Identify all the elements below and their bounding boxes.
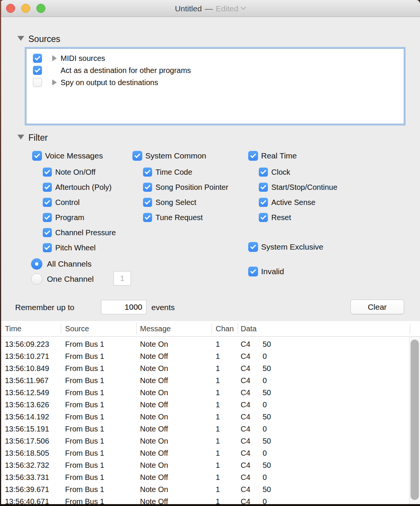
sources-section-title: Sources <box>28 34 60 44</box>
filter-item-row: Start/Stop/Continue <box>259 180 338 195</box>
title-bar: Untitled — Edited <box>0 0 420 17</box>
table-row[interactable]: 13:56:13.626 From Bus 1 Note Off 1 C4 0 <box>0 399 420 411</box>
cell-source: From Bus 1 <box>61 388 136 397</box>
table-row[interactable]: 13:56:09.223 From Bus 1 Note On 1 C4 50 <box>0 338 420 350</box>
filter-item-label: Program <box>55 213 84 222</box>
table-row[interactable]: 13:56:39.671 From Bus 1 Note On 1 C4 50 <box>0 483 420 495</box>
source-label: Act as a destination for other programs <box>61 66 191 75</box>
filter-item-checkbox[interactable] <box>43 213 52 222</box>
column-header-time[interactable]: Time <box>0 321 61 336</box>
source-row[interactable]: MIDI sources <box>26 52 404 64</box>
cell-time: 13:56:33.731 <box>0 473 61 482</box>
table-row[interactable]: 13:56:17.506 From Bus 1 Note On 1 C4 50 <box>0 435 420 447</box>
filter-disclosure-icon[interactable] <box>17 135 24 140</box>
group-checkbox[interactable] <box>32 151 42 161</box>
filter-item-checkbox[interactable] <box>259 198 268 207</box>
group-checkbox[interactable] <box>248 151 258 161</box>
cell-chan: 1 <box>212 485 238 494</box>
table-row[interactable]: 13:56:10.271 From Bus 1 Note Off 1 C4 0 <box>0 350 420 362</box>
cell-time: 13:56:18.505 <box>0 449 61 458</box>
cell-source: From Bus 1 <box>61 425 136 433</box>
table-row[interactable]: 13:56:18.505 From Bus 1 Note Off 1 C4 0 <box>0 447 420 459</box>
clear-button[interactable]: Clear <box>350 300 404 314</box>
group-label: System Common <box>145 151 206 160</box>
source-checkbox[interactable] <box>33 66 42 75</box>
filter-item-row: Active Sense <box>259 195 338 210</box>
cell-time: 13:56:10.849 <box>0 364 61 373</box>
filter-item-checkbox[interactable] <box>43 243 52 252</box>
sources-list[interactable]: MIDI sources Act as a destination for ot… <box>26 48 404 124</box>
column-header-chan[interactable]: Chan <box>212 321 238 336</box>
cell-chan: 1 <box>212 400 238 409</box>
filter-item-row: Aftertouch (Poly) <box>43 180 116 195</box>
column-header-data[interactable]: Data <box>238 321 410 336</box>
disclosure-triangle-icon[interactable] <box>52 79 57 85</box>
disclosure-triangle-icon[interactable] <box>52 55 57 61</box>
one-channel-input[interactable]: 1 <box>114 271 131 286</box>
document-title: Untitled <box>175 4 202 13</box>
scrollbar-thumb[interactable] <box>411 340 419 500</box>
cell-time: 13:56:11.967 <box>0 376 61 385</box>
source-checkbox[interactable] <box>33 54 42 63</box>
cell-data-note: C4 <box>241 437 263 445</box>
cell-data-note: C4 <box>241 388 263 397</box>
filter-item-checkbox[interactable] <box>43 168 52 177</box>
cell-time: 13:56:17.506 <box>0 437 61 445</box>
filter-item-checkbox[interactable] <box>143 213 152 222</box>
filter-item-label: Reset <box>271 213 291 222</box>
filter-item-label: Song Select <box>156 198 196 207</box>
filter-item-checkbox[interactable] <box>259 213 268 222</box>
group-checkbox[interactable] <box>132 151 142 161</box>
table-row[interactable]: 13:56:10.849 From Bus 1 Note On 1 C4 50 <box>0 362 420 374</box>
invalid-checkbox[interactable] <box>248 267 258 276</box>
cell-data-note: C4 <box>241 400 263 409</box>
column-header-source[interactable]: Source <box>61 321 136 336</box>
table-row[interactable]: 13:56:33.731 From Bus 1 Note Off 1 C4 0 <box>0 471 420 483</box>
source-row[interactable]: Act as a destination for other programs <box>26 64 404 76</box>
table-row[interactable]: 13:56:15.191 From Bus 1 Note Off 1 C4 0 <box>0 423 420 435</box>
source-row[interactable]: Spy on output to destinations <box>26 76 404 88</box>
chevron-down-icon[interactable] <box>241 5 246 10</box>
edited-label[interactable]: Edited <box>216 4 238 13</box>
all-channels-radio[interactable] <box>31 258 42 270</box>
cell-data-note: C4 <box>241 449 263 458</box>
remember-count-input[interactable]: 1000 <box>101 300 146 314</box>
filter-group-items: Time Code Song Position Pointer Song Sel… <box>143 165 228 225</box>
filter-item-checkbox[interactable] <box>143 183 152 192</box>
cell-time: 13:56:14.192 <box>0 413 61 421</box>
filter-item-checkbox[interactable] <box>43 183 52 192</box>
invalid-row: Invalid <box>248 266 284 277</box>
vertical-scrollbar[interactable] <box>409 337 420 504</box>
cell-data: C4 0 <box>238 376 420 385</box>
cell-message: Note On <box>136 413 212 421</box>
table-row[interactable]: 13:56:12.549 From Bus 1 Note On 1 C4 50 <box>0 386 420 399</box>
cell-data: C4 50 <box>238 388 420 397</box>
table-row[interactable]: 13:56:14.192 From Bus 1 Note On 1 C4 50 <box>0 411 420 423</box>
system-exclusive-checkbox[interactable] <box>248 242 258 252</box>
sources-disclosure-icon[interactable] <box>17 36 24 41</box>
filter-item-checkbox[interactable] <box>143 198 152 207</box>
filter-group-row: System Common <box>132 150 228 161</box>
one-channel-radio[interactable] <box>31 273 42 285</box>
filter-item-checkbox[interactable] <box>43 198 52 207</box>
table-row[interactable]: 13:56:40.671 From Bus 1 Note Off 1 C4 0 <box>0 495 420 504</box>
filter-item-checkbox[interactable] <box>43 228 52 237</box>
table-row[interactable]: 13:56:32.732 From Bus 1 Note On 1 C4 50 <box>0 459 420 471</box>
events-table: Time Source Message Chan Data 13:56:09.2… <box>0 321 420 504</box>
filter-group: Real Time Clock Start/Stop/Continue Acti… <box>248 150 338 225</box>
cell-source: From Bus 1 <box>61 352 136 361</box>
cell-source: From Bus 1 <box>61 437 136 445</box>
source-label: Spy on output to destinations <box>61 78 158 87</box>
filter-item-checkbox[interactable] <box>259 168 268 177</box>
cell-data-note: C4 <box>241 364 263 373</box>
source-checkbox[interactable] <box>33 78 42 87</box>
cell-source: From Bus 1 <box>61 400 136 409</box>
filter-group: Voice Messages Note On/Off Aftertouch (P… <box>32 150 116 255</box>
filter-item-checkbox[interactable] <box>259 183 268 192</box>
column-header-message[interactable]: Message <box>136 321 212 336</box>
table-row[interactable]: 13:56:11.967 From Bus 1 Note Off 1 C4 0 <box>0 374 420 386</box>
cell-message: Note On <box>136 340 212 349</box>
filter-item-checkbox[interactable] <box>143 168 152 177</box>
cell-message: Note Off <box>136 352 212 361</box>
cell-chan: 1 <box>212 461 238 470</box>
